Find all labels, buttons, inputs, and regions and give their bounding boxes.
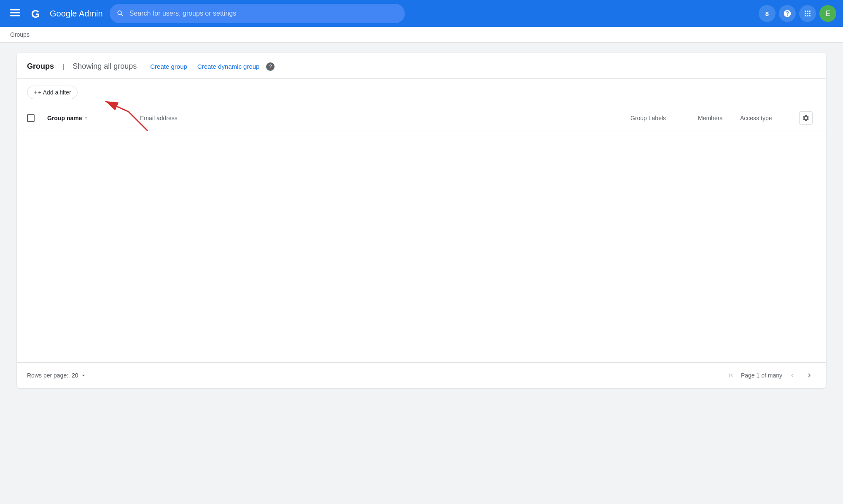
app-logo: G Google Admin	[30, 5, 103, 22]
menu-icon[interactable]	[7, 4, 24, 23]
card-header: Groups | Showing all groups Create group…	[17, 53, 826, 79]
rows-per-page-control: Rows per page: 20	[27, 372, 87, 379]
groups-title: Groups	[27, 62, 54, 71]
col-header-access: Access type	[740, 115, 799, 121]
google-logo-icon: G	[30, 5, 47, 22]
topnav-right-actions: 8 E	[759, 5, 836, 22]
col-header-members: Members	[698, 115, 740, 121]
top-navigation: G Google Admin 8 E	[0, 0, 843, 27]
svg-rect-2	[10, 15, 20, 16]
chevron-right-icon	[805, 372, 813, 379]
card-actions: Create group Create dynamic group ?	[147, 61, 275, 72]
card-footer: Rows per page: 20 Page 1 of many	[17, 362, 826, 388]
next-page-button[interactable]	[803, 369, 816, 382]
first-page-button[interactable]	[724, 369, 738, 382]
table-body	[17, 130, 826, 362]
help-icon-btn[interactable]	[779, 5, 796, 22]
support-icon: 8	[765, 10, 769, 17]
rows-per-page-select[interactable]: 20	[72, 372, 87, 379]
avatar[interactable]: E	[819, 5, 836, 22]
groups-subtitle: Showing all groups	[73, 62, 137, 71]
column-settings-cell	[799, 111, 816, 125]
prev-page-button[interactable]	[786, 369, 799, 382]
plus-icon: +	[33, 89, 37, 96]
main-content: Groups | Showing all groups Create group…	[0, 43, 843, 398]
create-dynamic-group-link[interactable]: Create dynamic group	[194, 61, 263, 72]
rows-value: 20	[72, 372, 78, 379]
select-all-checkbox-cell[interactable]	[27, 114, 47, 122]
support-icon-btn[interactable]: 8	[759, 5, 776, 22]
col-header-labels: Group Labels	[630, 115, 698, 121]
col-header-email: Email address	[140, 115, 630, 121]
breadcrumb: Groups	[0, 27, 843, 43]
page-info: Page 1 of many	[741, 372, 782, 379]
create-group-link[interactable]: Create group	[147, 61, 191, 72]
add-filter-label: + Add a filter	[38, 89, 71, 96]
column-settings-icon[interactable]	[799, 111, 813, 125]
apps-icon	[803, 9, 812, 18]
first-page-icon	[727, 372, 735, 379]
svg-rect-0	[10, 9, 20, 11]
filter-bar: + + Add a filter	[17, 79, 826, 106]
help-circle-icon[interactable]: ?	[266, 62, 275, 71]
add-filter-button[interactable]: + + Add a filter	[27, 86, 78, 99]
pagination-controls: Page 1 of many	[724, 369, 816, 382]
chevron-left-icon	[789, 372, 796, 379]
dropdown-arrow-icon	[80, 372, 87, 379]
title-separator: |	[62, 63, 64, 70]
apps-icon-btn[interactable]	[799, 5, 816, 22]
help-icon	[783, 9, 792, 18]
select-all-checkbox[interactable]	[27, 114, 35, 122]
svg-rect-1	[10, 12, 20, 13]
search-bar[interactable]	[110, 4, 405, 23]
sort-ascending-icon[interactable]: ↑	[84, 115, 87, 121]
table-header: Group name ↑ Email address Group Labels …	[17, 106, 826, 130]
search-input[interactable]	[129, 10, 398, 17]
groups-card: Groups | Showing all groups Create group…	[17, 53, 826, 388]
search-icon	[116, 9, 124, 18]
rows-per-page-label: Rows per page:	[27, 372, 68, 379]
svg-text:G: G	[31, 8, 40, 20]
app-title: Google Admin	[50, 9, 103, 19]
col-header-group-name[interactable]: Group name ↑	[47, 115, 140, 121]
